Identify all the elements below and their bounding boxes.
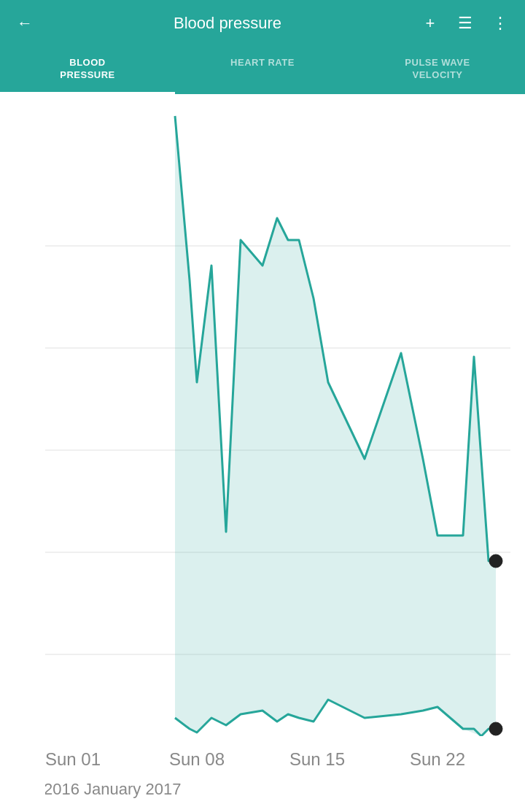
svg-marker-15 <box>175 116 496 736</box>
app-header: ← Blood pressure + ☰ ⋮ <box>0 0 525 47</box>
tab-blood-pressure[interactable]: BLOODPRESSURE <box>0 47 175 94</box>
tab-bar: BLOODPRESSURE HEART RATE PULSE WAVEVELOC… <box>0 47 525 94</box>
chart-area: 120 110 100 90 80 Sun 01 Sun 08 Sun 15 S… <box>0 94 525 801</box>
tab-pulse-wave[interactable]: PULSE WAVEVELOCITY <box>350 47 525 94</box>
svg-text:Sun 15: Sun 15 <box>289 749 345 769</box>
back-icon[interactable]: ← <box>12 14 38 33</box>
blood-pressure-chart: 120 110 100 90 80 Sun 01 Sun 08 Sun 15 S… <box>0 94 525 801</box>
more-icon[interactable]: ⋮ <box>487 14 513 33</box>
svg-point-16 <box>489 554 502 568</box>
add-icon[interactable]: + <box>417 14 443 33</box>
svg-rect-18 <box>0 94 45 801</box>
svg-point-17 <box>489 722 502 735</box>
tab-heart-rate[interactable]: HEART RATE <box>175 47 350 94</box>
svg-text:Sun 01: Sun 01 <box>45 749 101 769</box>
svg-text:Sun 08: Sun 08 <box>169 749 225 769</box>
svg-rect-19 <box>0 736 525 751</box>
list-icon[interactable]: ☰ <box>452 14 478 33</box>
svg-text:2016 January 2017: 2016 January 2017 <box>44 780 181 798</box>
page-title: Blood pressure <box>47 14 408 33</box>
svg-text:Sun 22: Sun 22 <box>410 749 465 769</box>
